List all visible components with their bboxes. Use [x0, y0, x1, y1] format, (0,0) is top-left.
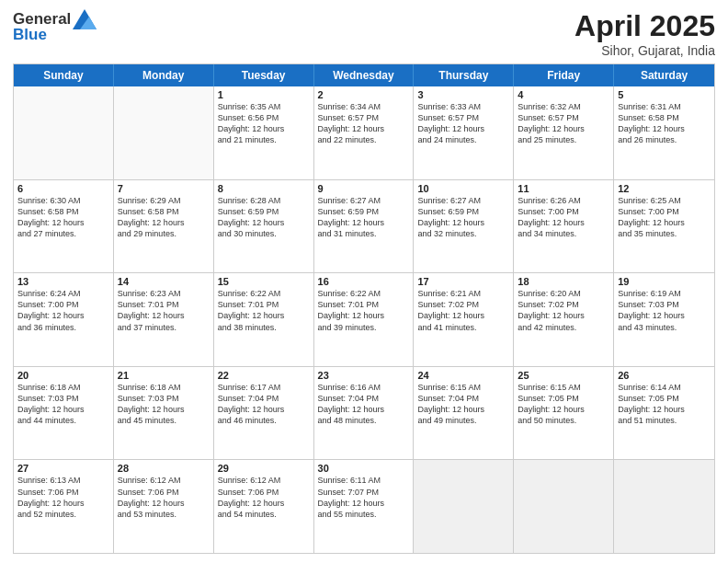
cell-info: Sunrise: 6:19 AMSunset: 7:03 PMDaylight:… [618, 288, 711, 333]
cell-info: Sunrise: 6:12 AMSunset: 7:06 PMDaylight:… [118, 475, 210, 520]
day-number: 4 [518, 89, 609, 100]
day-number: 14 [118, 276, 210, 287]
calendar-cell: 3Sunrise: 6:33 AMSunset: 6:57 PMDaylight… [414, 86, 514, 179]
subtitle: Sihor, Gujarat, India [574, 43, 715, 58]
cell-info: Sunrise: 6:24 AMSunset: 7:00 PMDaylight:… [17, 288, 109, 333]
calendar-cell: 27Sunrise: 6:13 AMSunset: 7:06 PMDayligh… [14, 460, 114, 553]
calendar-row-3: 13Sunrise: 6:24 AMSunset: 7:00 PMDayligh… [14, 272, 714, 366]
day-number: 20 [17, 370, 109, 381]
calendar-cell: 4Sunrise: 6:32 AMSunset: 6:57 PMDaylight… [514, 86, 614, 179]
calendar-cell: 15Sunrise: 6:22 AMSunset: 7:01 PMDayligh… [214, 273, 314, 366]
header-day-tuesday: Tuesday [214, 64, 314, 86]
calendar-cell: 11Sunrise: 6:26 AMSunset: 7:00 PMDayligh… [514, 180, 614, 273]
cell-info: Sunrise: 6:21 AMSunset: 7:02 PMDaylight:… [417, 288, 509, 333]
day-number: 25 [518, 370, 609, 381]
cell-info: Sunrise: 6:12 AMSunset: 7:06 PMDaylight:… [218, 475, 310, 520]
calendar-cell: 1Sunrise: 6:35 AMSunset: 6:56 PMDaylight… [214, 86, 314, 179]
cell-info: Sunrise: 6:16 AMSunset: 7:04 PMDaylight:… [318, 382, 410, 427]
cell-info: Sunrise: 6:23 AMSunset: 7:01 PMDaylight:… [118, 288, 210, 333]
page: General Blue April 2025 Sihor, Gujarat, … [0, 0, 728, 563]
cell-info: Sunrise: 6:15 AMSunset: 7:05 PMDaylight:… [518, 382, 609, 427]
calendar-cell: 30Sunrise: 6:11 AMSunset: 7:07 PMDayligh… [314, 460, 415, 553]
calendar-cell [114, 86, 214, 179]
day-number: 28 [118, 463, 210, 474]
day-number: 15 [218, 276, 310, 287]
calendar-cell: 19Sunrise: 6:19 AMSunset: 7:03 PMDayligh… [614, 273, 714, 366]
cell-info: Sunrise: 6:27 AMSunset: 6:59 PMDaylight:… [318, 195, 410, 240]
day-number: 22 [218, 370, 310, 381]
calendar-cell: 29Sunrise: 6:12 AMSunset: 7:06 PMDayligh… [214, 460, 314, 553]
day-number: 16 [318, 276, 410, 287]
day-number: 21 [118, 370, 210, 381]
cell-info: Sunrise: 6:28 AMSunset: 6:59 PMDaylight:… [218, 195, 310, 240]
calendar-row-2: 6Sunrise: 6:30 AMSunset: 6:58 PMDaylight… [14, 179, 714, 273]
logo-text: General Blue [13, 9, 97, 44]
day-number: 17 [417, 276, 509, 287]
day-number: 1 [218, 89, 310, 100]
cell-info: Sunrise: 6:32 AMSunset: 6:57 PMDaylight:… [518, 101, 609, 146]
day-number: 13 [17, 276, 109, 287]
day-number: 7 [118, 183, 210, 194]
cell-info: Sunrise: 6:33 AMSunset: 6:57 PMDaylight:… [417, 101, 509, 146]
cell-info: Sunrise: 6:34 AMSunset: 6:57 PMDaylight:… [318, 101, 410, 146]
calendar-body: 1Sunrise: 6:35 AMSunset: 6:56 PMDaylight… [14, 86, 714, 553]
calendar-cell: 14Sunrise: 6:23 AMSunset: 7:01 PMDayligh… [114, 273, 214, 366]
cell-info: Sunrise: 6:35 AMSunset: 6:56 PMDaylight:… [218, 101, 310, 146]
cell-info: Sunrise: 6:30 AMSunset: 6:58 PMDaylight:… [17, 195, 109, 240]
calendar-cell [614, 460, 714, 553]
day-number: 6 [17, 183, 109, 194]
calendar-cell: 9Sunrise: 6:27 AMSunset: 6:59 PMDaylight… [314, 180, 415, 273]
calendar-row-5: 27Sunrise: 6:13 AMSunset: 7:06 PMDayligh… [14, 459, 714, 553]
cell-info: Sunrise: 6:18 AMSunset: 7:03 PMDaylight:… [118, 382, 210, 427]
cell-info: Sunrise: 6:20 AMSunset: 7:02 PMDaylight:… [518, 288, 609, 333]
day-number: 8 [218, 183, 310, 194]
day-number: 5 [618, 89, 711, 100]
calendar-cell: 21Sunrise: 6:18 AMSunset: 7:03 PMDayligh… [114, 367, 214, 460]
cell-info: Sunrise: 6:29 AMSunset: 6:58 PMDaylight:… [118, 195, 210, 240]
cell-info: Sunrise: 6:18 AMSunset: 7:03 PMDaylight:… [17, 382, 109, 427]
header-day-sunday: Sunday [14, 64, 114, 86]
header-day-friday: Friday [514, 64, 614, 86]
cell-info: Sunrise: 6:14 AMSunset: 7:05 PMDaylight:… [618, 382, 711, 427]
day-number: 2 [318, 89, 410, 100]
calendar-cell [414, 460, 514, 553]
day-number: 24 [417, 370, 509, 381]
header-day-monday: Monday [114, 64, 214, 86]
day-number: 27 [17, 463, 109, 474]
month-title: April 2025 [574, 9, 715, 43]
calendar-cell: 24Sunrise: 6:15 AMSunset: 7:04 PMDayligh… [414, 367, 514, 460]
cell-info: Sunrise: 6:22 AMSunset: 7:01 PMDaylight:… [218, 288, 310, 333]
cell-info: Sunrise: 6:31 AMSunset: 6:58 PMDaylight:… [618, 101, 711, 146]
day-number: 11 [518, 183, 609, 194]
calendar-header: SundayMondayTuesdayWednesdayThursdayFrid… [14, 64, 714, 86]
logo: General Blue [13, 9, 97, 44]
cell-info: Sunrise: 6:27 AMSunset: 6:59 PMDaylight:… [417, 195, 509, 240]
day-number: 26 [618, 370, 711, 381]
calendar-cell [514, 460, 614, 553]
cell-info: Sunrise: 6:22 AMSunset: 7:01 PMDaylight:… [318, 288, 410, 333]
calendar-cell: 20Sunrise: 6:18 AMSunset: 7:03 PMDayligh… [14, 367, 114, 460]
calendar-row-1: 1Sunrise: 6:35 AMSunset: 6:56 PMDaylight… [14, 86, 714, 179]
header-day-wednesday: Wednesday [314, 64, 415, 86]
day-number: 19 [618, 276, 711, 287]
cell-info: Sunrise: 6:26 AMSunset: 7:00 PMDaylight:… [518, 195, 609, 240]
day-number: 18 [518, 276, 609, 287]
cell-info: Sunrise: 6:25 AMSunset: 7:00 PMDaylight:… [618, 195, 711, 240]
calendar-cell: 25Sunrise: 6:15 AMSunset: 7:05 PMDayligh… [514, 367, 614, 460]
calendar-cell: 6Sunrise: 6:30 AMSunset: 6:58 PMDaylight… [14, 180, 114, 273]
cell-info: Sunrise: 6:11 AMSunset: 7:07 PMDaylight:… [318, 475, 410, 520]
day-number: 9 [318, 183, 410, 194]
calendar-cell: 12Sunrise: 6:25 AMSunset: 7:00 PMDayligh… [614, 180, 714, 273]
calendar-cell: 18Sunrise: 6:20 AMSunset: 7:02 PMDayligh… [514, 273, 614, 366]
calendar-cell: 16Sunrise: 6:22 AMSunset: 7:01 PMDayligh… [314, 273, 415, 366]
day-number: 10 [417, 183, 509, 194]
calendar: SundayMondayTuesdayWednesdayThursdayFrid… [13, 63, 715, 554]
calendar-cell: 7Sunrise: 6:29 AMSunset: 6:58 PMDaylight… [114, 180, 214, 273]
cell-info: Sunrise: 6:13 AMSunset: 7:06 PMDaylight:… [17, 475, 109, 520]
calendar-cell: 17Sunrise: 6:21 AMSunset: 7:02 PMDayligh… [414, 273, 514, 366]
calendar-cell: 28Sunrise: 6:12 AMSunset: 7:06 PMDayligh… [114, 460, 214, 553]
calendar-cell: 22Sunrise: 6:17 AMSunset: 7:04 PMDayligh… [214, 367, 314, 460]
calendar-cell [14, 86, 114, 179]
header-day-saturday: Saturday [614, 64, 714, 86]
calendar-row-4: 20Sunrise: 6:18 AMSunset: 7:03 PMDayligh… [14, 366, 714, 460]
